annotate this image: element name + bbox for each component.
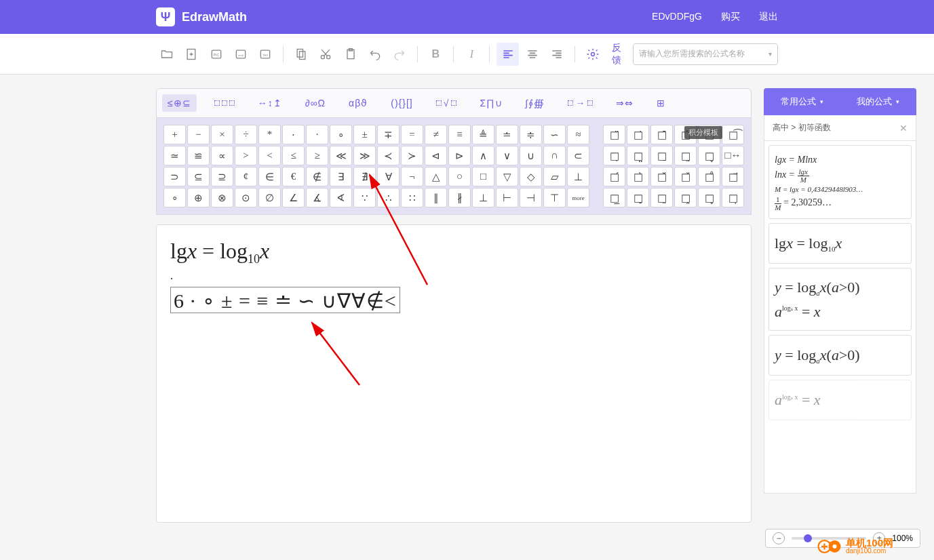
align-left-button[interactable]: [497, 43, 518, 66]
symbol-button[interactable]: €: [282, 167, 305, 186]
accent-button[interactable]: □̈: [603, 125, 625, 144]
symbol-button[interactable]: ⊳: [448, 146, 471, 165]
tab-accents[interactable]: [209, 97, 240, 109]
symbol-button[interactable]: ∓: [377, 125, 400, 144]
accent-button[interactable]: □́: [603, 167, 625, 186]
symbol-button[interactable]: △: [425, 167, 447, 186]
symbol-button[interactable]: ⊣: [520, 188, 542, 207]
accent-button[interactable]: □̯: [650, 188, 673, 207]
symbol-button[interactable]: ≫: [353, 146, 376, 165]
accent-button[interactable]: □̩: [722, 188, 744, 207]
formula-editor[interactable]: lgx = log10x · 6 · ∘ ± = ≡ ≐ ∽ ∪∇∀∉<: [156, 224, 752, 523]
export-tex-button[interactable]: TEX: [254, 43, 276, 66]
symbol-button[interactable]: ▱: [543, 167, 566, 186]
accent-button[interactable]: □⃗: [722, 167, 744, 186]
symbol-button[interactable]: ≥: [306, 146, 328, 165]
symbol-button[interactable]: ≑: [520, 125, 542, 144]
symbol-button[interactable]: ⊤: [543, 188, 566, 207]
symbol-button[interactable]: =: [401, 125, 423, 144]
accent-button[interactable]: □̌: [674, 167, 697, 186]
tab-matrix[interactable]: ⊞: [651, 94, 671, 112]
symbol-button[interactable]: □: [472, 167, 494, 186]
formula-card-4[interactable]: y = logax(a>0): [768, 335, 912, 376]
paste-button[interactable]: [339, 43, 361, 66]
symbol-button[interactable]: ¢: [235, 167, 257, 186]
accent-button[interactable]: □̲: [603, 188, 625, 207]
symbol-button[interactable]: *: [258, 125, 281, 144]
breadcrumb-text[interactable]: 高中 > 初等函数: [773, 122, 831, 134]
accent-button[interactable]: □̰: [674, 146, 697, 165]
symbol-button[interactable]: ∝: [211, 146, 233, 165]
accent-button[interactable]: □̀: [627, 167, 649, 186]
symbol-button[interactable]: ⊗: [211, 188, 233, 207]
symbol-button[interactable]: ±: [353, 125, 376, 144]
tab-common-formulas[interactable]: 常用公式▾: [764, 96, 840, 108]
symbol-button[interactable]: ○: [448, 167, 471, 186]
align-center-button[interactable]: [522, 43, 543, 66]
user-name[interactable]: EDvDDFgG: [652, 11, 702, 23]
symbol-button[interactable]: ⋅: [282, 125, 305, 144]
accent-button[interactable]: □̱: [650, 146, 673, 165]
symbol-button[interactable]: ¬: [401, 167, 423, 186]
symbol-button[interactable]: >: [235, 146, 257, 165]
symbol-button[interactable]: ▽: [496, 167, 518, 186]
symbol-button[interactable]: <: [258, 146, 281, 165]
symbol-button[interactable]: ≠: [425, 125, 447, 144]
symbol-button[interactable]: ∵: [353, 188, 376, 207]
accent-button[interactable]: □̮: [627, 188, 649, 207]
symbol-button[interactable]: ∨: [496, 146, 518, 165]
symbol-button[interactable]: ∢: [330, 188, 352, 207]
zoom-out-button[interactable]: −: [773, 532, 785, 544]
symbol-button[interactable]: ≐: [496, 125, 518, 144]
formula-card-5[interactable]: aloga x = x: [768, 380, 912, 420]
zoom-thumb[interactable]: [804, 534, 812, 542]
tab-fractions[interactable]: √: [431, 94, 463, 112]
accent-button[interactable]: □͡: [722, 125, 744, 144]
symbol-button[interactable]: ⊕: [187, 188, 210, 207]
cut-button[interactable]: [315, 43, 336, 66]
close-icon[interactable]: ✕: [899, 123, 908, 134]
accent-button[interactable]: □̇: [627, 125, 649, 144]
accent-button[interactable]: □̆: [650, 167, 673, 186]
symbol-button[interactable]: ∘: [330, 125, 352, 144]
tab-greek[interactable]: αβϑ: [343, 94, 373, 112]
symbol-button[interactable]: ≡: [448, 125, 471, 144]
symbol-button[interactable]: ⊥: [472, 188, 494, 207]
symbol-button[interactable]: ≤: [282, 146, 305, 165]
feedback-link[interactable]: 反馈: [612, 42, 630, 66]
formula-card-1[interactable]: lgx = Mlnx lnx = lgxM M = lgx = 0,434294…: [768, 145, 912, 219]
symbol-button[interactable]: ∴: [377, 188, 400, 207]
tab-vectors[interactable]: →: [562, 94, 598, 112]
symbol-button[interactable]: ⊆: [187, 167, 210, 186]
accent-button[interactable]: □̊: [698, 167, 720, 186]
symbol-button[interactable]: ∧: [472, 146, 494, 165]
symbol-button[interactable]: −: [187, 125, 210, 144]
buy-link[interactable]: 购买: [721, 11, 740, 23]
symbol-button[interactable]: ∉: [306, 167, 328, 186]
tab-integrals[interactable]: ∫∮∰: [520, 94, 551, 112]
undo-button[interactable]: [364, 43, 386, 66]
accent-button[interactable]: □̭: [674, 188, 697, 207]
symbol-button[interactable]: ∩: [543, 146, 566, 165]
symbol-button[interactable]: ≈: [567, 125, 589, 144]
symbol-button[interactable]: ◇: [520, 167, 542, 186]
tab-misc[interactable]: ∂∞Ω: [300, 94, 331, 112]
symbol-button[interactable]: ÷: [235, 125, 257, 144]
bold-button[interactable]: B: [425, 43, 446, 66]
copy-button[interactable]: [290, 43, 312, 66]
symbol-button[interactable]: ∈: [258, 167, 281, 186]
new-file-button[interactable]: [180, 43, 202, 66]
symbol-button[interactable]: ∦: [448, 188, 471, 207]
symbol-button[interactable]: ≌: [187, 146, 210, 165]
accent-button[interactable]: □↔: [722, 146, 744, 165]
accent-button[interactable]: □̣: [603, 146, 625, 165]
formula-card-2[interactable]: lgx = log10x: [768, 223, 912, 264]
logout-link[interactable]: 退出: [759, 11, 778, 23]
symbol-button[interactable]: ∠: [282, 188, 305, 207]
formula-card-3[interactable]: y = logax(a>0) aloga x = x: [768, 268, 912, 331]
symbol-button[interactable]: ∄: [353, 167, 376, 186]
symbol-button[interactable]: ≜: [472, 125, 494, 144]
italic-button[interactable]: I: [461, 43, 482, 66]
symbol-button[interactable]: ⊃: [163, 167, 186, 186]
open-folder-button[interactable]: [156, 43, 178, 66]
